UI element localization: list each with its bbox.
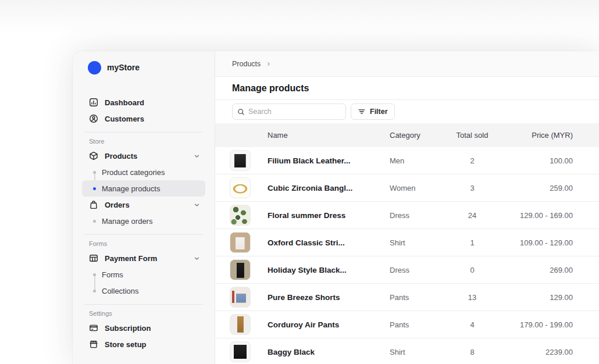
dashboard-icon: [89, 98, 98, 107]
shopping-bag-icon: [89, 200, 98, 209]
product-thumbnail: [230, 341, 251, 362]
payment-form-subgroup: Forms Collections: [82, 266, 205, 299]
product-category: Pants: [390, 320, 455, 329]
product-category: Women: [390, 184, 455, 192]
chevron-right-icon: ›: [267, 59, 270, 69]
table-row[interactable]: Pure Breeze Shorts Pants 13 129.00: [215, 284, 599, 311]
package-icon: [89, 151, 98, 160]
product-name: Holiday Style Black...: [268, 266, 390, 274]
product-thumbnail: [230, 232, 251, 253]
table-header: Name Category Total sold Price (MYR): [215, 123, 599, 147]
sidebar-item-subscription[interactable]: Subscription: [82, 320, 205, 336]
main-content: Products › Manage products Filter Name C: [215, 51, 599, 364]
sidebar-item-store-setup[interactable]: Store setup: [82, 336, 205, 352]
table-icon: [89, 254, 98, 263]
product-name: Filium Black Leather...: [268, 156, 390, 165]
sidebar-item-label: Store setup: [105, 340, 147, 349]
product-category: Shirt: [390, 238, 455, 247]
sidebar-item-customers[interactable]: Customers: [82, 110, 205, 127]
breadcrumb-products[interactable]: Products: [232, 60, 261, 68]
table-row[interactable]: Filium Black Leather... Men 2 100.00: [215, 147, 599, 174]
sidebar-nav: Dashboard Customers Store Products: [82, 94, 205, 352]
product-thumbnail: [230, 314, 251, 335]
bullet-dot-icon: [93, 290, 96, 292]
product-thumbnail: [230, 177, 251, 198]
sidebar-item-manage-products[interactable]: Manage products: [82, 180, 205, 197]
sidebar-item-products[interactable]: Products: [82, 148, 205, 164]
sidebar-item-orders[interactable]: Orders: [82, 197, 205, 213]
column-header-price: Price (MYR): [490, 131, 599, 140]
sidebar-item-product-categories[interactable]: Product categories: [82, 164, 205, 180]
table-row[interactable]: Baggy Black Shirt 8 2239.00: [215, 338, 599, 364]
sidebar-item-label: Payment Form: [105, 254, 157, 263]
table-row[interactable]: Cubic Zirconia Bangl... Women 3 259.00: [215, 174, 599, 202]
app-window: myStore Dashboard Customers Store: [73, 51, 599, 364]
store-logo: [88, 61, 101, 74]
page-title: Manage products: [232, 83, 309, 94]
product-total-sold: 24: [455, 211, 490, 220]
search-box[interactable]: [232, 104, 346, 120]
section-label-store: Store: [82, 137, 205, 148]
product-name: Pure Breeze Shorts: [268, 293, 390, 302]
bullet-dot-icon: [93, 220, 96, 223]
table-row[interactable]: Floral summer Dress Dress 24 129.00 - 16…: [215, 202, 599, 229]
section-label-settings: Settings: [82, 309, 205, 320]
section-divider: [84, 304, 203, 305]
sidebar-item-forms[interactable]: Forms: [82, 266, 205, 283]
section-label-forms: Forms: [82, 239, 205, 250]
product-thumbnail: [230, 259, 251, 280]
customers-icon: [89, 114, 98, 123]
product-price: 109.00 - 129.00: [490, 238, 599, 247]
sidebar-item-manage-orders[interactable]: Manage orders: [82, 213, 205, 229]
credit-card-icon: [89, 323, 98, 333]
sidebar-item-label: Orders: [105, 201, 130, 209]
products-subgroup: Product categories Manage products: [82, 164, 205, 197]
bullet-dot-icon: [93, 273, 96, 276]
filter-button[interactable]: Filter: [351, 104, 395, 120]
product-total-sold: 1: [455, 238, 490, 247]
product-category: Dress: [390, 266, 455, 274]
search-icon: [237, 108, 245, 116]
storefront-icon: [89, 340, 98, 349]
product-name: Cubic Zirconia Bangl...: [268, 184, 390, 192]
product-total-sold: 8: [455, 348, 490, 356]
column-header-name: Name: [268, 131, 390, 140]
sidebar-item-label: Dashboard: [105, 98, 144, 107]
search-input[interactable]: [248, 108, 341, 116]
bullet-dot-icon: [93, 187, 96, 190]
section-divider: [84, 234, 203, 235]
product-category: Men: [390, 156, 455, 165]
product-name: Floral summer Dress: [268, 211, 390, 220]
table-row[interactable]: Corduroy Air Pants Pants 4 179.00 - 199.…: [215, 311, 599, 338]
product-total-sold: 4: [455, 320, 490, 329]
column-header-total-sold: Total sold: [455, 131, 490, 140]
product-price: 129.00: [490, 293, 599, 302]
product-price: 179.00 - 199.00: [490, 320, 599, 329]
table-row[interactable]: Holiday Style Black... Dress 0 269.00: [215, 256, 599, 284]
toolbar: Filter: [215, 100, 599, 123]
sidebar-item-label: Subscription: [105, 324, 151, 333]
breadcrumb: Products ›: [215, 51, 599, 77]
product-total-sold: 13: [455, 293, 490, 302]
product-price: 269.00: [490, 266, 599, 274]
sidebar-item-label: Product categories: [102, 168, 165, 177]
table-body: Filium Black Leather... Men 2 100.00 Cub…: [215, 147, 599, 364]
product-category: Dress: [390, 211, 455, 220]
section-divider: [84, 132, 203, 133]
orders-subgroup: Manage orders: [82, 213, 205, 229]
sidebar-item-label: Manage products: [102, 184, 160, 193]
product-category: Shirt: [390, 348, 455, 356]
filter-sliders-icon: [358, 108, 366, 116]
table-row[interactable]: Oxford Classic Stri... Shirt 1 109.00 - …: [215, 229, 599, 256]
brand-name: myStore: [107, 63, 140, 72]
bullet-dot-icon: [93, 171, 96, 174]
product-price: 2239.00: [490, 348, 599, 356]
product-price: 100.00: [490, 156, 599, 165]
sidebar-item-collections[interactable]: Collections: [82, 283, 205, 299]
title-bar: Manage products: [215, 77, 599, 100]
sidebar-item-payment-form[interactable]: Payment Form: [82, 250, 205, 266]
sidebar-item-dashboard[interactable]: Dashboard: [82, 94, 205, 110]
product-total-sold: 2: [455, 156, 490, 165]
product-thumbnail: [230, 205, 251, 226]
product-thumbnail: [230, 287, 251, 308]
